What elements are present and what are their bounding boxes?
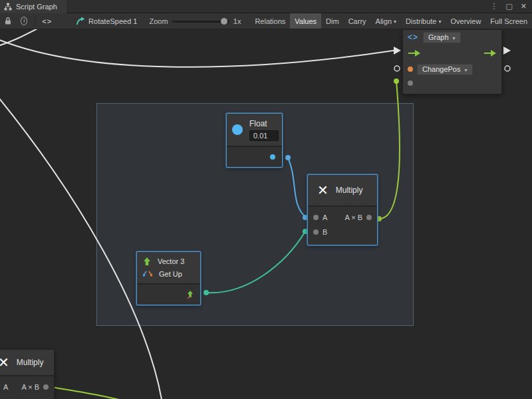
- changepos-row: ChangePos ▾: [403, 62, 501, 76]
- partial-multiply-header: ✕ Multiply: [0, 350, 54, 375]
- relations-button[interactable]: Relations: [250, 13, 290, 29]
- port-label-b: B: [323, 228, 327, 236]
- info-icon[interactable]: i: [21, 17, 27, 25]
- zoom-label: Zoom: [149, 17, 168, 25]
- multiply-node-title: Multiply: [336, 186, 363, 195]
- control-input-arrow-icon[interactable]: [408, 49, 421, 57]
- wire-endpoint: [203, 290, 209, 295]
- control-flow-row: [403, 45, 501, 62]
- value-input-port[interactable]: [408, 80, 413, 86]
- control-output-arrow-icon[interactable]: [483, 49, 497, 57]
- menu-icon[interactable]: ⋮: [490, 2, 497, 11]
- graph-header-node[interactable]: <> Graph ▾ ChangePos ▾: [402, 29, 502, 94]
- multiply-node-body: A A × B B: [308, 205, 377, 245]
- chevron-down-icon: ▾: [453, 35, 456, 41]
- port-label-a: A: [323, 213, 327, 221]
- wire-float-to-multiply-a[interactable]: [288, 158, 305, 217]
- up-arrow-icon: [142, 257, 152, 266]
- toolbar-divider: [35, 16, 35, 27]
- direction-arrows-icon: [142, 270, 153, 278]
- unconnected-port-left[interactable]: [394, 66, 400, 71]
- float-value-input[interactable]: 0.01: [249, 130, 279, 141]
- changepos-dropdown[interactable]: ChangePos ▾: [417, 64, 473, 75]
- get-up-node-body: [137, 283, 200, 305]
- multiply-input-b-port[interactable]: [313, 229, 319, 235]
- tab-script-graph[interactable]: Script Graph: [0, 0, 66, 13]
- wire-endpoint: [394, 78, 399, 84]
- port-label-out: A × B: [344, 213, 362, 221]
- toolbar-buttons: Relations Values Dim Carry Align ▾ Distr…: [250, 13, 532, 29]
- maximize-icon[interactable]: ▢: [505, 2, 512, 11]
- chevron-down-icon: ▾: [465, 67, 467, 73]
- wire-arrow-left: [394, 47, 401, 55]
- get-up-node[interactable]: Vector 3 Get Up: [136, 251, 201, 305]
- multiply-node-header: ✕ Multiply: [308, 175, 377, 205]
- get-up-type-label: Vector 3: [158, 257, 184, 265]
- float-node-header: Float 0.01: [227, 114, 282, 146]
- overview-button[interactable]: Overview: [446, 13, 486, 29]
- port-row-a: A A × B: [0, 380, 54, 394]
- wire-multiply-to-changepos[interactable]: [379, 81, 400, 219]
- code-icon: <>: [408, 33, 418, 42]
- float-node[interactable]: Float 0.01: [226, 113, 283, 168]
- zoom-slider[interactable]: [172, 13, 229, 29]
- port-row-b: B: [308, 225, 377, 239]
- chevron-down-icon: ▾: [439, 19, 442, 25]
- multiply-output-port[interactable]: [366, 215, 372, 220]
- port-row-a: A A × B: [308, 210, 377, 225]
- get-up-node-header: Vector 3 Get Up: [137, 252, 200, 283]
- values-button[interactable]: Values: [290, 13, 321, 29]
- zoom-slider-handle[interactable]: [221, 18, 227, 25]
- graph-dropdown[interactable]: Graph ▾: [423, 32, 461, 43]
- partial-multiply-node[interactable]: ✕ Multiply A A × B: [0, 349, 55, 399]
- zoom-value: 1x: [233, 17, 241, 25]
- float-node-title: Float: [249, 119, 279, 128]
- graph-asset-name: RotateSpeed 1: [88, 17, 137, 25]
- multiply-icon: ✕: [0, 356, 9, 369]
- full-screen-button[interactable]: Full Screen: [485, 13, 532, 29]
- changepos-input-port[interactable]: [408, 66, 413, 72]
- port-label-out: A × B: [21, 383, 39, 391]
- chevron-down-icon: ▾: [394, 19, 396, 25]
- graph-asset-breadcrumb[interactable]: RotateSpeed 1: [76, 17, 137, 26]
- wire-white-top-left[interactable]: [0, 29, 47, 47]
- float-output-port[interactable]: [270, 154, 275, 160]
- graph-header: <> Graph ▾: [403, 30, 501, 45]
- close-icon[interactable]: ✕: [521, 2, 527, 11]
- titlebar: Script Graph ⋮ ▢ ✕: [0, 0, 532, 13]
- float-node-body: [227, 146, 282, 167]
- wire-white-control-in[interactable]: [0, 39, 394, 67]
- graph-canvas[interactable]: <> Graph ▾ ChangePos ▾: [0, 29, 532, 399]
- distribute-button[interactable]: Distribute ▾: [401, 13, 446, 29]
- float-icon: [232, 124, 243, 135]
- script-graph-asset-icon: [76, 17, 85, 26]
- wire-getup-to-multiply-b[interactable]: [206, 231, 305, 293]
- script-graph-icon: [4, 3, 12, 11]
- align-button[interactable]: Align ▾: [371, 13, 401, 29]
- multiply-output-port[interactable]: [43, 384, 49, 390]
- script-graph-window: Script Graph ⋮ ▢ ✕ i <> RotateSpeed 1 Zo…: [0, 0, 532, 399]
- wire-endpoint: [285, 155, 291, 160]
- multiply-input-a-port[interactable]: [313, 215, 319, 220]
- lock-icon[interactable]: [0, 13, 16, 29]
- partial-multiply-body: A A × B: [0, 375, 54, 399]
- port-label-a: A: [3, 383, 8, 391]
- window-controls: ⋮ ▢ ✕: [490, 2, 532, 11]
- graph-toolbar: i <> RotateSpeed 1 Zoom 1x Relations Val…: [0, 13, 532, 29]
- multiply-node[interactable]: ✕ Multiply A A × B B: [307, 174, 378, 245]
- partial-multiply-title: Multiply: [17, 358, 44, 367]
- vector-output-port-icon[interactable]: [186, 290, 194, 299]
- get-up-op-label: Get Up: [159, 270, 182, 278]
- wire-arrow-right: [503, 47, 511, 55]
- window-title: Script Graph: [16, 3, 57, 11]
- wire-bottom-multiply-out[interactable]: [52, 387, 141, 399]
- dim-button[interactable]: Dim: [321, 13, 344, 29]
- carry-button[interactable]: Carry: [344, 13, 371, 29]
- value-port-row: [403, 76, 501, 90]
- unconnected-port-right[interactable]: [505, 66, 510, 71]
- multiply-icon: ✕: [317, 184, 329, 197]
- code-icon[interactable]: <>: [38, 13, 56, 29]
